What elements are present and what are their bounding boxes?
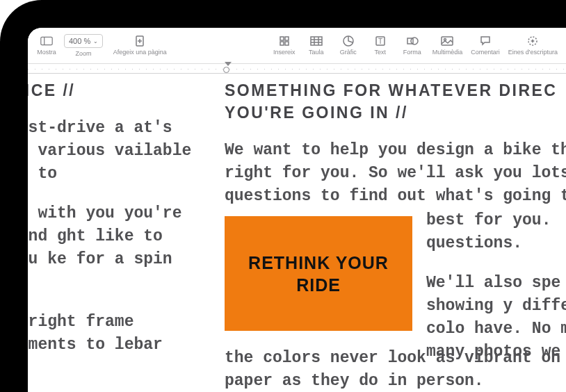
table-icon [310, 35, 323, 47]
comment-button[interactable]: Comentari [471, 35, 500, 56]
column-right: SOMETHING FOR WHATEVER DIREC YOU'RE GOIN… [225, 79, 566, 392]
insert-icon [278, 35, 291, 47]
body-text[interactable]: We'll also spe time showing y different … [426, 272, 566, 364]
body-text[interactable]: ck the right frame measurements to lebar… [28, 311, 209, 379]
chart-label: Gràfic [340, 49, 357, 56]
comment-icon [479, 35, 492, 47]
chart-icon [342, 35, 355, 47]
text-wrap-region: best for you. questions. RETHINK YOUR RI… [225, 209, 566, 347]
callout-box[interactable]: RETHINK YOUR RIDE [225, 216, 412, 331]
add-page-button[interactable]: Afegeix una pàgina [108, 34, 171, 57]
add-page-icon [134, 35, 146, 47]
shape-label: Forma [403, 49, 421, 56]
shape-icon [406, 35, 419, 47]
heading-left[interactable]: PERIENCE // [28, 79, 209, 101]
panel-icon [40, 35, 53, 47]
document-canvas[interactable]: PERIENCE // s to test-drive a at's why t… [28, 74, 566, 392]
sparkle-icon [526, 35, 539, 47]
first-line-indent-marker[interactable] [225, 62, 232, 66]
zoom-value: 400 % [69, 37, 90, 45]
body-text[interactable]: s to test-drive a at's why the various v… [28, 117, 209, 186]
insert-button[interactable]: Insereix [273, 35, 296, 56]
svg-rect-0 [41, 37, 52, 44]
svg-rect-8 [285, 42, 289, 45]
chevron-down-icon: ⌄ [93, 38, 98, 44]
svg-rect-7 [280, 42, 284, 45]
left-indent-marker[interactable] [223, 67, 229, 73]
column-left: PERIENCE // s to test-drive a at's why t… [28, 79, 209, 392]
heading-right[interactable]: SOMETHING FOR WHATEVER DIREC YOU'RE GOIN… [225, 79, 566, 124]
text-icon: T [374, 35, 387, 47]
body-text[interactable]: best for you. questions. [426, 209, 566, 255]
comment-label: Comentari [471, 49, 500, 56]
zoom-label: Zoom [76, 50, 92, 57]
writing-tools-label: Eines d'escriptura [508, 49, 558, 56]
writing-tools-button[interactable]: Eines d'escriptura [508, 35, 558, 56]
body-text[interactable]: to chat with you you're after and ght li… [28, 202, 209, 294]
zoom-menu[interactable]: 400 % ⌄ Zoom [64, 34, 103, 57]
svg-rect-5 [280, 37, 284, 40]
insert-label: Insereix [273, 49, 296, 56]
show-label: Mostra [37, 49, 56, 56]
svg-rect-6 [285, 37, 289, 40]
svg-point-18 [411, 38, 418, 44]
toolbar: Mostra 400 % ⌄ Zoom Afegeix una pàgina [28, 28, 566, 64]
screen: Mostra 400 % ⌄ Zoom Afegeix una pàgina [28, 28, 566, 392]
svg-rect-9 [311, 37, 322, 45]
text-label: Text [374, 49, 386, 56]
text-button[interactable]: T Text [369, 35, 392, 56]
show-menu[interactable]: Mostra [35, 34, 58, 57]
media-icon [441, 35, 453, 47]
ruler[interactable] [28, 64, 566, 74]
device-bezel: Mostra 400 % ⌄ Zoom Afegeix una pàgina [0, 0, 566, 392]
svg-point-20 [444, 39, 446, 41]
callout-text: RETHINK YOUR RIDE [232, 252, 405, 296]
media-button[interactable]: Multimèdia [432, 35, 463, 56]
shape-button[interactable]: Forma [401, 35, 424, 56]
add-page-label: Afegeix una pàgina [113, 49, 167, 56]
svg-text:T: T [378, 38, 382, 45]
chart-button[interactable]: Gràfic [337, 35, 360, 56]
media-label: Multimèdia [432, 49, 463, 56]
table-button[interactable]: Taula [305, 35, 328, 56]
body-text[interactable]: We want to help you design a bike tha ri… [225, 139, 566, 208]
table-label: Taula [309, 49, 324, 56]
zoom-value-box[interactable]: 400 % ⌄ [64, 34, 103, 48]
